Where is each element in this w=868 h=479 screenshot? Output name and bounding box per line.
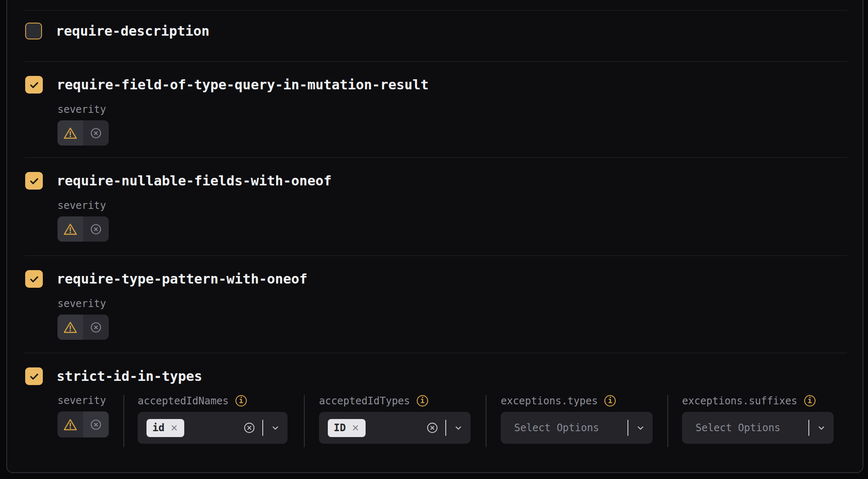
severity-label: severity [58, 104, 847, 115]
rule-row-require-type-pattern-with-oneof: require-type-pattern-with-oneof severity [24, 255, 847, 353]
severity-label: severity [58, 200, 847, 211]
severity-off-button[interactable] [83, 216, 109, 242]
severity-toggle [58, 216, 109, 242]
tag-chip: id [146, 419, 184, 437]
tag-label: ID [334, 423, 346, 433]
rule-title: require-nullable-fields-with-oneof [57, 172, 332, 190]
circle-x-icon [89, 321, 102, 334]
circle-x-icon [89, 127, 102, 140]
rule-row-strict-id-in-types: strict-id-in-types severity [24, 353, 847, 473]
rule-title: require-field-of-type-query-in-mutation-… [57, 76, 429, 94]
strict-id-options-row: severity [58, 395, 847, 447]
acceptedIdNames-column: acceptedIdNames id [138, 395, 288, 447]
acceptedIdNames-label: acceptedIdNames [138, 396, 229, 406]
tag-chip: ID [328, 419, 366, 437]
acceptedIdTypes-multiselect[interactable]: ID [319, 412, 471, 444]
check-mark-icon [29, 175, 40, 187]
check-mark-icon [29, 371, 40, 382]
severity-toggle [58, 411, 109, 437]
rule-checkbox[interactable] [25, 172, 43, 190]
check-mark-icon [29, 273, 40, 285]
severity-warn-button[interactable] [58, 315, 83, 340]
rule-title: require-type-pattern-with-oneof [57, 270, 307, 288]
select-separator [262, 420, 263, 436]
rule-title: strict-id-in-types [57, 367, 202, 385]
severity-warn-button[interactable] [58, 216, 83, 242]
warning-triangle-icon [63, 417, 78, 432]
chevron-down-icon[interactable] [453, 422, 464, 433]
column-divider [667, 395, 668, 447]
info-icon[interactable] [604, 395, 616, 406]
exceptions-suffixes-column: exceptions.suffixes Select Options [682, 395, 834, 447]
chevron-down-icon[interactable] [816, 422, 827, 433]
exceptions-suffixes-multiselect[interactable]: Select Options [682, 412, 834, 444]
clear-all-icon[interactable] [243, 422, 256, 434]
severity-toggle [58, 120, 109, 146]
select-separator [808, 420, 809, 436]
exceptions-types-column: exceptions.types Select Options [501, 395, 653, 447]
tag-label: id [152, 423, 165, 433]
x-mark-icon[interactable] [170, 424, 178, 432]
select-placeholder: Select Options [695, 422, 780, 434]
rule-title: require-description [56, 22, 209, 40]
rule-row-require-field-of-type-query-in-mutation-result: require-field-of-type-query-in-mutation-… [24, 61, 847, 157]
rule-checkbox[interactable] [25, 23, 42, 39]
rule-checkbox[interactable] [25, 270, 43, 288]
warning-triangle-icon [63, 222, 78, 237]
acceptedIdTypes-column: acceptedIdTypes ID [319, 395, 471, 447]
info-icon[interactable] [417, 395, 428, 406]
severity-column: severity [58, 395, 109, 447]
severity-off-button[interactable] [83, 120, 109, 146]
info-icon[interactable] [804, 395, 816, 406]
rule-checkbox[interactable] [25, 76, 43, 94]
exceptions-suffixes-label: exceptions.suffixes [682, 396, 797, 406]
clear-all-icon[interactable] [426, 422, 439, 434]
rules-list: require-description require-field-of-typ… [7, 0, 863, 473]
severity-toggle [58, 315, 109, 340]
rule-row-require-description: require-description [24, 10, 847, 61]
column-divider [304, 395, 305, 447]
severity-off-button[interactable] [83, 411, 109, 437]
rule-row-require-nullable-fields-with-oneof: require-nullable-fields-with-oneof sever… [24, 157, 847, 255]
select-separator [445, 420, 446, 436]
warning-triangle-icon [63, 126, 78, 141]
column-divider [123, 395, 124, 447]
acceptedIdTypes-label: acceptedIdTypes [319, 396, 410, 406]
check-mark-icon [29, 79, 40, 91]
x-mark-icon[interactable] [351, 424, 360, 432]
circle-x-icon [89, 223, 102, 236]
acceptedIdNames-multiselect[interactable]: id [138, 412, 288, 444]
rule-checkbox[interactable] [25, 367, 43, 385]
chevron-down-icon[interactable] [270, 422, 281, 433]
column-divider [486, 395, 486, 447]
severity-label: severity [58, 298, 847, 309]
select-separator [627, 420, 628, 436]
warning-triangle-icon [63, 320, 78, 335]
info-icon[interactable] [235, 395, 247, 406]
severity-label: severity [58, 395, 109, 406]
top-spacer [24, 0, 847, 10]
rules-panel: require-description require-field-of-typ… [6, 0, 863, 473]
circle-x-icon [89, 418, 102, 431]
severity-warn-button[interactable] [58, 411, 83, 437]
chevron-down-icon[interactable] [635, 422, 646, 433]
select-placeholder: Select Options [514, 422, 599, 434]
exceptions-types-multiselect[interactable]: Select Options [501, 412, 653, 444]
severity-off-button[interactable] [83, 315, 109, 340]
exceptions-types-label: exceptions.types [501, 396, 598, 406]
severity-warn-button[interactable] [58, 120, 83, 146]
